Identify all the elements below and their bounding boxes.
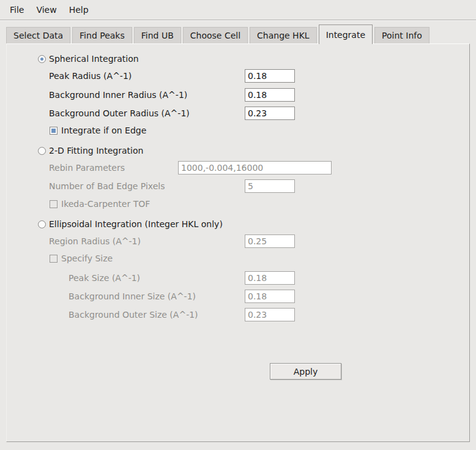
- tab-integrate[interactable]: Integrate: [319, 24, 373, 44]
- fitting-2d-integration-radio[interactable]: [38, 147, 46, 155]
- apply-button[interactable]: Apply: [270, 363, 341, 380]
- region-radius-label: Region Radius (A^-1): [49, 236, 141, 247]
- background-inner-size-input: [245, 290, 295, 303]
- background-outer-size-input: [245, 308, 295, 321]
- region-radius-input: [245, 234, 295, 248]
- background-outer-size-label: Background Outer Size (A^-1): [69, 310, 198, 320]
- menu-file[interactable]: File: [4, 4, 30, 16]
- ikeda-carpenter-tof-label: Ikeda-Carpenter TOF: [61, 199, 150, 209]
- peak-radius-input[interactable]: [245, 69, 295, 83]
- ellipsoidal-integration-label: Ellipsoidal Integration (Integer HKL onl…: [49, 219, 223, 230]
- menu-help[interactable]: Help: [63, 4, 95, 16]
- ikeda-carpenter-tof-checkbox: [50, 200, 58, 208]
- background-inner-radius-input[interactable]: [245, 88, 295, 102]
- menu-bar: File View Help: [0, 0, 476, 20]
- tab-find-peaks[interactable]: Find Peaks: [72, 27, 132, 43]
- rebin-parameters-label: Rebin Parameters: [49, 163, 125, 173]
- integrate-if-on-edge-label: Integrate if on Edge: [61, 126, 146, 136]
- tab-find-ub[interactable]: Find UB: [134, 27, 181, 43]
- tab-bar: Select Data Find Peaks Find UB Choose Ce…: [6, 24, 431, 44]
- ellipsoidal-integration-radio[interactable]: [38, 220, 46, 228]
- peak-size-input: [245, 271, 295, 285]
- tab-select-data[interactable]: Select Data: [6, 27, 70, 43]
- peak-size-label: Peak Size (A^-1): [69, 273, 140, 283]
- menu-view[interactable]: View: [30, 4, 62, 16]
- integrate-panel: Spherical Integration Peak Radius (A^-1)…: [6, 43, 470, 442]
- peak-radius-label: Peak Radius (A^-1): [49, 71, 132, 81]
- background-outer-radius-input[interactable]: [245, 107, 295, 120]
- background-outer-radius-label: Background Outer Radius (A^-1): [49, 108, 190, 119]
- specify-size-label: Specify Size: [61, 253, 113, 264]
- spherical-integration-radio[interactable]: [38, 55, 46, 63]
- rebin-parameters-input: [178, 161, 332, 174]
- integrate-window: File View Help Select Data Find Peaks Fi…: [0, 0, 476, 450]
- integrate-if-on-edge-checkbox[interactable]: [50, 127, 58, 135]
- spherical-integration-label: Spherical Integration: [49, 54, 139, 64]
- fitting-2d-integration-label: 2-D Fitting Integration: [49, 146, 143, 156]
- tab-choose-cell[interactable]: Choose Cell: [183, 27, 248, 43]
- background-inner-size-label: Background Inner Size (A^-1): [69, 291, 196, 302]
- background-inner-radius-label: Background Inner Radius (A^-1): [49, 90, 187, 100]
- specify-size-checkbox: [50, 255, 58, 263]
- bad-edge-pixels-input: [245, 179, 295, 193]
- tab-change-hkl[interactable]: Change HKL: [250, 27, 317, 43]
- tab-point-info[interactable]: Point Info: [374, 27, 430, 43]
- bad-edge-pixels-label: Number of Bad Edge Pixels: [49, 181, 165, 192]
